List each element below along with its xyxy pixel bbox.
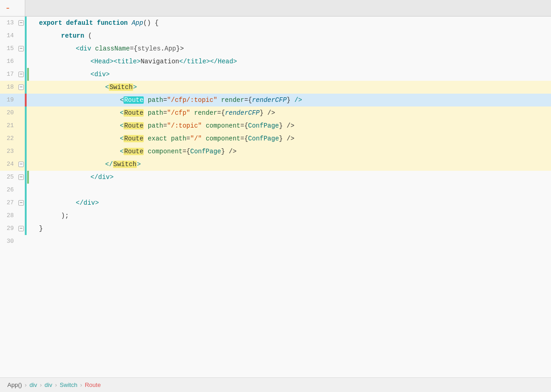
line-number: 26 (0, 184, 17, 196)
fold-icon[interactable]: − (18, 226, 24, 231)
fold-gutter (17, 184, 25, 196)
fold-gutter (17, 55, 25, 68)
line-row: 20 <Route path="/cfp" render={renderCFP}… (0, 106, 551, 119)
line-row: 30 (0, 235, 551, 248)
line-row: 14 return ( (0, 29, 551, 42)
fold-gutter: − (17, 42, 25, 55)
fold-icon[interactable]: − (18, 200, 24, 206)
fold-icon[interactable]: − (18, 84, 24, 90)
file-tab[interactable] (0, 0, 25, 16)
fold-gutter: − (17, 17, 25, 29)
fold-gutter: − (17, 196, 25, 209)
line-row: 23 <Route component={ConfPage} /> (0, 145, 551, 158)
breadcrumb-separator: › (80, 381, 82, 388)
fold-gutter (17, 119, 25, 132)
fold-gutter (17, 145, 25, 158)
line-row: 25 − </div> (0, 171, 551, 184)
fold-icon[interactable]: − (18, 46, 24, 51)
code-line: </div> (35, 196, 551, 209)
code-line: <Route path="/cfp" render={renderCFP} /> (35, 106, 551, 119)
breadcrumb-separator: › (25, 381, 27, 388)
breadcrumb-item[interactable]: div (29, 381, 37, 388)
fold-gutter: − (17, 222, 25, 235)
line-number: 19 (0, 94, 17, 106)
code-line: <Route component={ConfPage} /> (35, 145, 551, 158)
line-row: 19 <Route path="/cfp/:topic" render={ren… (0, 94, 551, 106)
line-row: 29 − } (0, 222, 551, 235)
fold-icon[interactable]: − (18, 72, 24, 77)
line-row: 17 − <div> (0, 68, 551, 81)
line-row: 18 − <Switch> (0, 81, 551, 94)
line-number: 18 (0, 81, 17, 94)
breadcrumb-separator: › (55, 381, 57, 388)
fold-gutter (17, 94, 25, 106)
line-number: 28 (0, 209, 17, 222)
line-row: 22 <Route exact path="/" component={Conf… (0, 132, 551, 145)
code-line: </Switch> (35, 158, 551, 171)
fold-gutter (17, 132, 25, 145)
code-line: <Route exact path="/" component={ConfPag… (35, 132, 551, 145)
line-number: 15 (0, 42, 17, 55)
line-number: 17 (0, 68, 17, 81)
line-number: 27 (0, 196, 17, 209)
line-number: 21 (0, 119, 17, 132)
fold-gutter (17, 235, 25, 248)
line-row: 21 <Route path="/:topic" component={Conf… (0, 119, 551, 132)
fold-icon[interactable]: − (18, 174, 24, 180)
code-line (35, 235, 551, 248)
code-line (35, 184, 551, 196)
line-number: 14 (0, 29, 17, 42)
code-line: <Head><title>Navigation</title></Head> (35, 55, 551, 68)
line-number: 16 (0, 55, 17, 68)
code-line: <div> (35, 68, 551, 81)
fold-gutter: − (17, 68, 25, 81)
breadcrumb-item[interactable]: App() (7, 381, 22, 388)
line-row: 27 − </div> (0, 196, 551, 209)
line-number: 23 (0, 145, 17, 158)
code-line: export default function App() { (35, 17, 551, 29)
tab-bar (0, 0, 551, 17)
breadcrumb-separator: › (40, 381, 42, 388)
fold-gutter: − (17, 171, 25, 184)
code-line: return ( (35, 29, 551, 42)
fold-icon[interactable]: − (18, 20, 24, 26)
code-line: <Switch> (35, 81, 551, 94)
fold-gutter: − (17, 81, 25, 94)
fold-gutter (17, 209, 25, 222)
jsx-badge (6, 8, 9, 9)
code-line: ); (35, 209, 551, 222)
code-line: } (35, 222, 551, 235)
line-number: 25 (0, 171, 17, 184)
line-number: 22 (0, 132, 17, 145)
fold-gutter: − (17, 158, 25, 171)
line-number: 29 (0, 222, 17, 235)
line-number: 20 (0, 106, 17, 119)
line-number: 13 (0, 17, 17, 29)
fold-gutter (17, 29, 25, 42)
code-line: <Route path="/:topic" component={ConfPag… (35, 119, 551, 132)
code-content: 13 − export default function App() { 14 … (0, 17, 551, 377)
code-area: 13 − export default function App() { 14 … (0, 17, 551, 377)
line-row: 15 − <div className={styles.App}> (0, 42, 551, 55)
line-row: 13 − export default function App() { (0, 17, 551, 29)
line-row: 16 <Head><title>Navigation</title></Head… (0, 55, 551, 68)
status-bar: App()›div›div›Switch›Route (0, 377, 551, 392)
line-number: 30 (0, 235, 17, 248)
fold-gutter (17, 106, 25, 119)
line-number: 24 (0, 158, 17, 171)
code-line: <div className={styles.App}> (35, 42, 551, 55)
breadcrumb-item[interactable]: Switch (60, 381, 77, 388)
line-row: 28 ); (0, 209, 551, 222)
breadcrumb-item[interactable]: Route (85, 381, 101, 388)
breadcrumb-item[interactable]: div (45, 381, 52, 388)
line-row: 24 − </Switch> (0, 158, 551, 171)
code-line: <Route path="/cfp/:topic" render={render… (35, 94, 551, 106)
line-row: 26 (0, 184, 551, 196)
fold-icon[interactable]: − (18, 162, 24, 167)
code-line: </div> (35, 171, 551, 184)
